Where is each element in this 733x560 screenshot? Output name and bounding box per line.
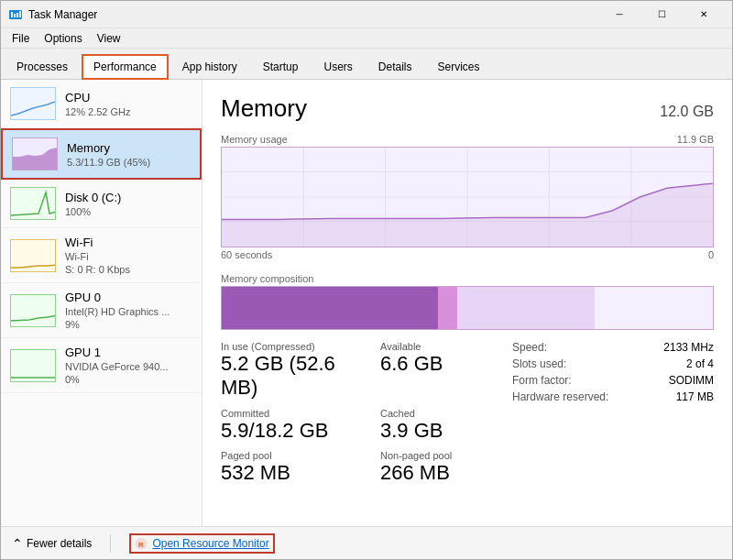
- wifi-detail2: S: 0 R: 0 Kbps: [65, 264, 130, 275]
- chart-label-row: Memory usage 11.9 GB: [221, 134, 714, 145]
- menu-options[interactable]: Options: [37, 30, 89, 47]
- sidebar-item-wifi[interactable]: Wi-Fi Wi-Fi S: 0 R: 0 Kbps: [1, 228, 202, 283]
- tab-performance[interactable]: Performance: [82, 54, 169, 80]
- minimize-button[interactable]: ─: [598, 1, 640, 28]
- composition-section: Memory composition: [221, 273, 714, 330]
- open-resource-monitor-label: Open Resource Monitor: [152, 537, 268, 550]
- tab-processes[interactable]: Processes: [5, 54, 80, 80]
- chevron-down-icon: ⌃: [12, 536, 23, 551]
- slots-label: Slots used:: [512, 357, 566, 370]
- tab-app-history[interactable]: App history: [170, 54, 249, 80]
- tab-details[interactable]: Details: [366, 54, 424, 80]
- menu-view[interactable]: View: [90, 30, 128, 47]
- stat-committed-label: Committed: [221, 408, 353, 419]
- comp-standby: [457, 287, 595, 329]
- right-stats-block: Speed: 2133 MHz Slots used: 2 of 4 Form …: [512, 341, 714, 486]
- window-controls: ─ ☐ ✕: [598, 1, 725, 28]
- hw-reserved-label: Hardware reserved:: [512, 390, 608, 403]
- bottom-stats: In use (Compressed) 5.2 GB (52.6 MB) Ava…: [221, 341, 714, 486]
- tab-services[interactable]: Services: [426, 54, 492, 80]
- gpu0-label: GPU 0: [65, 291, 170, 304]
- gpu1-info: GPU 1 NVIDIA GeForce 940... 0%: [65, 346, 169, 385]
- svg-rect-3: [16, 13, 18, 17]
- cpu-mini-chart: [10, 87, 56, 120]
- composition-bar: [221, 286, 714, 330]
- svg-rect-4: [19, 11, 21, 17]
- stat-paged-pool: Paged pool 532 MB: [221, 450, 353, 485]
- comp-in-use: [222, 287, 438, 329]
- memory-title: Memory: [221, 94, 307, 123]
- stat-non-paged-pool-value: 266 MB: [380, 461, 512, 485]
- speed-row: Speed: 2133 MHz: [512, 341, 714, 354]
- form-factor-label: Form factor:: [512, 374, 572, 387]
- gpu0-mini-chart: [10, 294, 56, 327]
- gpu0-info: GPU 0 Intel(R) HD Graphics ... 9%: [65, 291, 170, 330]
- fewer-details-button[interactable]: ⌃ Fewer details: [12, 536, 92, 551]
- stat-non-paged-pool: Non-paged pool 266 MB: [380, 450, 512, 485]
- menu-bar: File Options View: [1, 28, 732, 49]
- footer: ⌃ Fewer details R Open Resource Monitor: [1, 526, 732, 559]
- disk0-detail: 100%: [65, 206, 121, 217]
- comp-free: [595, 287, 713, 329]
- stat-cached-label: Cached: [380, 408, 512, 419]
- hw-reserved-row: Hardware reserved: 117 MB: [512, 390, 714, 403]
- memory-detail: 5.3/11.9 GB (45%): [67, 157, 150, 168]
- wifi-detail1: Wi-Fi: [65, 251, 130, 262]
- left-stats: In use (Compressed) 5.2 GB (52.6 MB) Ava…: [221, 341, 512, 486]
- svg-text:R: R: [138, 540, 144, 548]
- chart-max-label: 11.9 GB: [677, 134, 714, 145]
- memory-mini-chart: [12, 137, 58, 170]
- stat-paged-pool-label: Paged pool: [221, 450, 353, 461]
- app-icon: [8, 7, 23, 22]
- cpu-detail: 12% 2.52 GHz: [65, 106, 131, 117]
- gpu1-mini-chart: [10, 349, 56, 382]
- sidebar-item-disk0[interactable]: Disk 0 (C:) 100%: [1, 180, 202, 228]
- memory-total: 12.0 GB: [660, 104, 714, 120]
- fewer-details-label: Fewer details: [27, 537, 92, 550]
- composition-label: Memory composition: [221, 273, 714, 284]
- slots-row: Slots used: 2 of 4: [512, 357, 714, 370]
- cpu-label: CPU: [65, 91, 131, 104]
- stat-available: Available 6.6 GB: [380, 341, 512, 401]
- gpu0-detail2: 9%: [65, 319, 170, 330]
- form-factor-row: Form factor: SODIMM: [512, 374, 714, 387]
- window-title: Task Manager: [28, 8, 598, 21]
- chart-time-row: 60 seconds 0: [221, 249, 714, 260]
- chart-label: Memory usage: [221, 134, 288, 145]
- sidebar-item-gpu0[interactable]: GPU 0 Intel(R) HD Graphics ... 9%: [1, 283, 202, 338]
- stat-in-use: In use (Compressed) 5.2 GB (52.6 MB): [221, 341, 353, 401]
- disk-mini-chart: [10, 187, 56, 220]
- stat-available-label: Available: [380, 341, 512, 352]
- gpu1-detail2: 0%: [65, 374, 169, 385]
- disk0-info: Disk 0 (C:) 100%: [65, 191, 121, 217]
- title-bar: Task Manager ─ ☐ ✕: [1, 1, 732, 28]
- cpu-info: CPU 12% 2.52 GHz: [65, 91, 131, 117]
- content-area: CPU 12% 2.52 GHz Memory 5.3/11.9 GB (45%…: [1, 80, 732, 526]
- wifi-label: Wi-Fi: [65, 236, 130, 249]
- stat-cached: Cached 3.9 GB: [380, 408, 512, 443]
- slots-value: 2 of 4: [686, 357, 714, 370]
- close-button[interactable]: ✕: [683, 1, 725, 28]
- tab-users[interactable]: Users: [312, 54, 364, 80]
- open-resource-monitor-button[interactable]: R Open Resource Monitor: [129, 533, 274, 554]
- stat-committed: Committed 5.9/18.2 GB: [221, 408, 353, 443]
- sidebar-item-memory[interactable]: Memory 5.3/11.9 GB (45%): [1, 128, 202, 180]
- gpu1-label: GPU 1: [65, 346, 169, 359]
- stat-cached-value: 3.9 GB: [380, 419, 512, 443]
- tab-startup[interactable]: Startup: [251, 54, 311, 80]
- disk0-label: Disk 0 (C:): [65, 191, 121, 204]
- gpu1-detail1: NVIDIA GeForce 940...: [65, 361, 169, 372]
- speed-value: 2133 MHz: [663, 341, 714, 354]
- wifi-mini-chart: [10, 239, 56, 272]
- memory-header: Memory 12.0 GB: [221, 94, 714, 123]
- sidebar-item-cpu[interactable]: CPU 12% 2.52 GHz: [1, 80, 202, 128]
- right-panel: Memory 12.0 GB Memory usage 11.9 GB: [202, 80, 732, 526]
- menu-file[interactable]: File: [5, 30, 37, 47]
- memory-info: Memory 5.3/11.9 GB (45%): [67, 141, 150, 168]
- gpu0-detail1: Intel(R) HD Graphics ...: [65, 306, 170, 317]
- maximize-button[interactable]: ☐: [640, 1, 683, 28]
- chart-time-left: 60 seconds: [221, 249, 272, 260]
- stat-in-use-value: 5.2 GB (52.6 MB): [221, 352, 353, 401]
- sidebar-item-gpu1[interactable]: GPU 1 NVIDIA GeForce 940... 0%: [1, 338, 202, 393]
- stat-paged-pool-value: 532 MB: [221, 461, 353, 485]
